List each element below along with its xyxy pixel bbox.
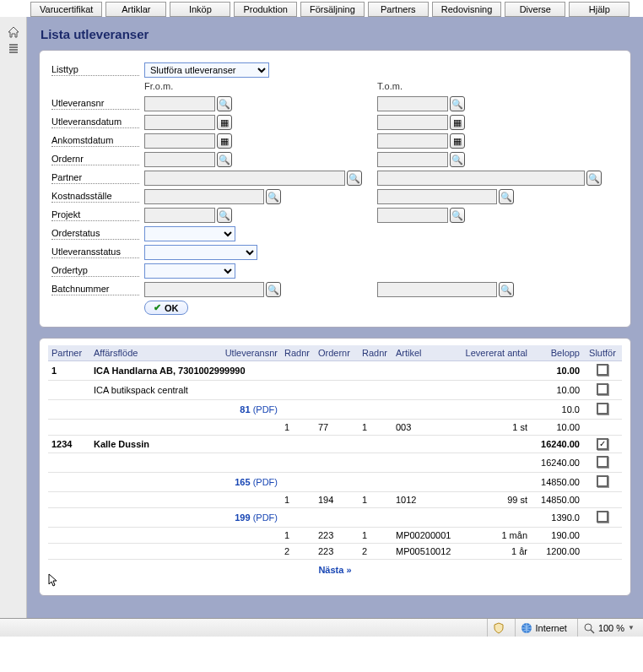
- label-ordertyp: Ordertyp: [51, 265, 139, 277]
- label-projekt: Projekt: [51, 209, 139, 221]
- utleveransdatum-to-input[interactable]: [377, 115, 448, 130]
- cursor-icon: [48, 573, 622, 588]
- col-artikel[interactable]: Artikel: [392, 345, 455, 361]
- tab-redovisning[interactable]: Redovisning: [432, 2, 502, 17]
- tab-diverse[interactable]: Diverse: [505, 2, 565, 17]
- listtyp-select[interactable]: Slutföra utleveranser: [144, 62, 269, 78]
- cell-affarsflode: ICA butikspack centralt: [90, 381, 208, 400]
- slutfor-checkbox[interactable]: [597, 383, 608, 395]
- tab-inkop[interactable]: Inköp: [170, 2, 230, 17]
- status-zone: Internet: [536, 623, 567, 633]
- search-icon[interactable]: 🔍: [266, 282, 281, 297]
- ankomstdatum-to-input[interactable]: [377, 133, 448, 149]
- slutfor-checkbox[interactable]: [597, 438, 608, 450]
- cell-group-title: Kalle Dussin: [90, 436, 455, 453]
- table-row: 16240.00: [48, 453, 622, 473]
- cell-belopp: 16240.00: [531, 453, 583, 473]
- table-row: 2 223 2 MP00510012 1 år 1200.00: [48, 544, 622, 560]
- label-listtyp: Listtyp: [51, 64, 139, 76]
- slutfor-checkbox[interactable]: [597, 403, 608, 415]
- slutfor-checkbox[interactable]: [597, 364, 608, 376]
- col-slutfor[interactable]: Slutför: [583, 345, 622, 361]
- col-affarsflode[interactable]: Affärsflöde: [90, 345, 208, 361]
- col-utleveransnr[interactable]: Utleveransnr: [208, 345, 281, 361]
- orderstatus-select[interactable]: [144, 226, 235, 241]
- tab-produktion[interactable]: Produktion: [234, 2, 297, 17]
- cell-partner: 1: [48, 361, 90, 381]
- calendar-icon[interactable]: ▦: [450, 133, 465, 149]
- svg-line-2: [591, 630, 594, 633]
- batchnummer-from-input[interactable]: [144, 282, 264, 297]
- search-icon[interactable]: 🔍: [217, 96, 232, 111]
- cell-belopp: 1390.0: [531, 508, 583, 528]
- kostnadsstalle-from-input[interactable]: [144, 189, 264, 204]
- search-icon[interactable]: 🔍: [450, 208, 465, 223]
- cell-belopp: 10.0: [531, 400, 583, 420]
- utleveransnr-link[interactable]: 165 (PDF): [235, 477, 278, 487]
- partner-from-input[interactable]: [144, 171, 345, 186]
- search-icon[interactable]: 🔍: [450, 96, 465, 111]
- results-table: Partner Affärsflöde Utleveransnr Radnr O…: [48, 345, 622, 560]
- chevron-down-icon[interactable]: ▼: [628, 624, 635, 631]
- search-icon[interactable]: 🔍: [499, 189, 514, 204]
- search-icon[interactable]: 🔍: [586, 171, 602, 186]
- kostnadsstalle-to-input[interactable]: [377, 189, 497, 204]
- heading-from: Fr.o.m.: [144, 81, 377, 91]
- filter-panel: Listtyp Slutföra utleveranser Fr.o.m. T.…: [39, 50, 631, 328]
- ok-button[interactable]: ✔ OK: [144, 301, 188, 315]
- projekt-to-input[interactable]: [377, 208, 448, 223]
- col-belopp[interactable]: Belopp: [531, 345, 583, 361]
- tab-forsaljning[interactable]: Försäljning: [300, 2, 365, 17]
- ordernr-from-input[interactable]: [144, 152, 215, 167]
- heading-to: T.o.m.: [377, 81, 403, 91]
- col-partner[interactable]: Partner: [48, 345, 90, 361]
- label-utleveransnr: Utleveransnr: [51, 98, 139, 110]
- search-icon[interactable]: 🔍: [450, 152, 465, 167]
- calendar-icon[interactable]: ▦: [450, 115, 465, 130]
- batchnummer-to-input[interactable]: [377, 282, 497, 297]
- utleveransnr-to-input[interactable]: [377, 96, 448, 111]
- search-icon[interactable]: 🔍: [499, 282, 514, 297]
- tab-hjalp[interactable]: Hjälp: [569, 2, 629, 17]
- home-icon[interactable]: [7, 25, 20, 39]
- table-row: 1 223 1 MP00200001 1 mån 190.00: [48, 528, 622, 544]
- table-row: 1 77 1 003 1 st 10.00: [48, 420, 622, 436]
- utleveransdatum-from-input[interactable]: [144, 115, 215, 130]
- ordertyp-select[interactable]: [144, 263, 235, 279]
- results-panel: Partner Affärsflöde Utleveransnr Radnr O…: [39, 338, 631, 596]
- utleveransnr-link[interactable]: 199 (PDF): [235, 512, 278, 523]
- label-ankomstdatum: Ankomstdatum: [51, 135, 139, 147]
- table-row: 199 (PDF) 1390.0: [48, 508, 622, 528]
- label-utleveransstatus: Utleveransstatus: [51, 247, 139, 258]
- ankomstdatum-from-input[interactable]: [144, 133, 215, 149]
- tab-artiklar[interactable]: Artiklar: [105, 2, 166, 17]
- slutfor-checkbox[interactable]: [597, 511, 608, 523]
- calendar-icon[interactable]: ▦: [217, 115, 232, 130]
- label-kostnadsstalle: Kostnadsställe: [51, 191, 139, 203]
- slutfor-checkbox[interactable]: [597, 456, 608, 468]
- top-tab-bar: Varucertifikat Artiklar Inköp Produktion…: [0, 0, 643, 17]
- cell-belopp: 14850.00: [531, 473, 583, 492]
- ordernr-to-input[interactable]: [377, 152, 448, 167]
- search-icon[interactable]: 🔍: [347, 171, 362, 186]
- col-levererat-antal[interactable]: Levererat antal: [455, 345, 531, 361]
- partner-to-input[interactable]: [377, 171, 585, 186]
- slutfor-checkbox[interactable]: [597, 475, 608, 487]
- calendar-icon[interactable]: ▦: [217, 133, 232, 149]
- tab-varucertifikat[interactable]: Varucertifikat: [30, 2, 102, 17]
- list-icon[interactable]: [7, 42, 20, 56]
- search-icon[interactable]: 🔍: [217, 208, 232, 223]
- utleveransnr-from-input[interactable]: [144, 96, 215, 111]
- search-icon[interactable]: 🔍: [217, 152, 232, 167]
- search-icon[interactable]: 🔍: [266, 189, 281, 204]
- table-row: 1234 Kalle Dussin 16240.00: [48, 436, 622, 453]
- col-ordernr[interactable]: Ordernr: [315, 345, 359, 361]
- utleveransstatus-select[interactable]: [144, 245, 257, 260]
- table-row: 1 194 1 1012 99 st 14850.00: [48, 492, 622, 508]
- tab-partners[interactable]: Partners: [368, 2, 429, 17]
- col-radnr1[interactable]: Radnr: [281, 345, 315, 361]
- label-partner: Partner: [51, 172, 139, 184]
- col-radnr2[interactable]: Radnr: [359, 345, 392, 361]
- projekt-from-input[interactable]: [144, 208, 215, 223]
- utleveransnr-link[interactable]: 81 (PDF): [240, 404, 278, 415]
